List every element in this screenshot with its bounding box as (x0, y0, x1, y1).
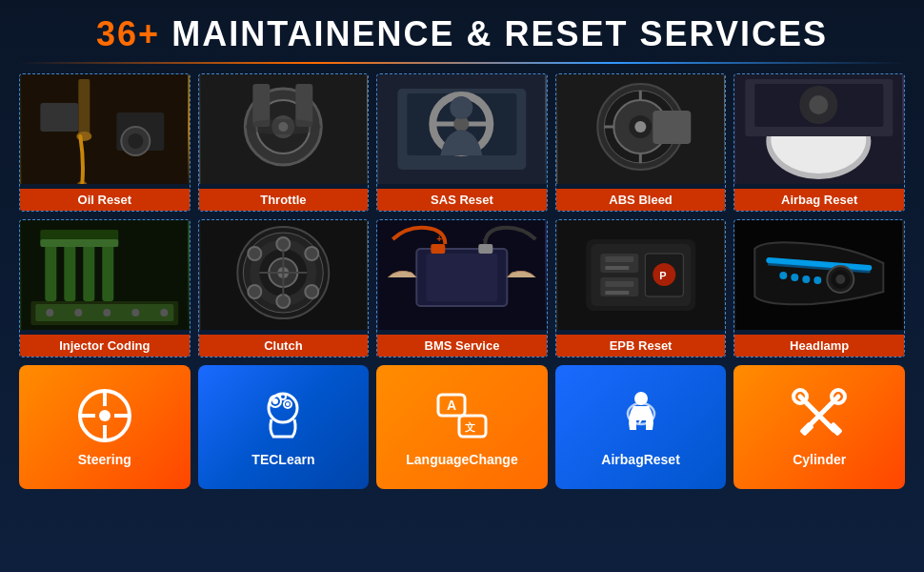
svg-text:文: 文 (465, 421, 475, 433)
svg-point-95 (792, 274, 799, 281)
svg-rect-74 (431, 244, 445, 254)
teclearn-label: TECLearn (251, 452, 314, 467)
svg-point-94 (780, 272, 788, 279)
svg-rect-4 (40, 103, 78, 132)
card-throttle[interactable]: Throttle (198, 73, 370, 212)
epb-reset-label: EPB Reset (556, 335, 726, 357)
epb-reset-image: P (556, 220, 726, 330)
card-airbag-reset[interactable]: Airbag Reset (733, 73, 905, 212)
svg-text:A: A (447, 398, 456, 413)
card-teclearn[interactable]: TECLearn (198, 365, 370, 489)
svg-point-63 (305, 247, 318, 260)
bms-service-image: + - (377, 220, 547, 330)
card-steering[interactable]: Steering (19, 365, 191, 489)
card-sas-reset[interactable]: SAS Reset (376, 73, 548, 212)
airbag-reset-image (734, 74, 904, 184)
svg-point-53 (103, 309, 110, 317)
card-abs-bleed[interactable]: ABS Bleed (555, 73, 727, 212)
airbag-reset-label: Airbag Reset (734, 189, 904, 211)
oil-reset-label: Oil Reset (20, 189, 190, 211)
injector-coding-image (20, 220, 190, 330)
language-icon: A 文 (433, 387, 491, 444)
svg-rect-48 (40, 239, 118, 247)
card-oil-reset[interactable]: Oil Reset (19, 73, 191, 212)
svg-point-66 (248, 285, 261, 298)
svg-rect-86 (605, 256, 633, 262)
svg-point-23 (450, 96, 472, 119)
language-change-label: LanguageChange (406, 452, 517, 467)
throttle-label: Throttle (199, 189, 369, 211)
svg-point-41 (810, 95, 829, 114)
header-section: 36+ MAINTAINENCE & RESET SERVICES (19, 14, 905, 54)
icon-row: Steering TECLearn A (19, 365, 905, 489)
clutch-image (199, 220, 369, 330)
sas-reset-label: SAS Reset (377, 189, 547, 211)
header-divider (19, 62, 905, 64)
throttle-image (199, 74, 369, 184)
brain-icon (254, 387, 311, 444)
cylinder-icon (791, 387, 848, 444)
oil-reset-image (20, 74, 190, 184)
svg-point-104 (269, 394, 297, 422)
title-text: MAINTAINENCE & RESET SERVICES (171, 14, 828, 53)
main-container: 36+ MAINTAINENCE & RESET SERVICES (0, 0, 924, 572)
sas-reset-image (377, 74, 547, 184)
svg-point-108 (286, 402, 290, 406)
card-language-change[interactable]: A 文 LanguageChange (376, 365, 548, 489)
svg-point-55 (160, 309, 168, 317)
svg-point-29 (634, 121, 646, 133)
injector-coding-label: Injector Coding (20, 335, 190, 357)
abs-bleed-image (556, 74, 726, 184)
steering-icon (76, 387, 133, 444)
svg-text:P: P (659, 270, 666, 281)
clutch-label: Clutch (199, 335, 369, 357)
svg-rect-1 (78, 79, 90, 136)
svg-point-93 (836, 275, 846, 284)
svg-rect-87 (605, 266, 629, 270)
person-airbag-icon (613, 387, 670, 444)
cylinder-label: Cylinder (793, 452, 846, 467)
svg-point-106 (272, 398, 278, 404)
service-count: 36+ (96, 14, 160, 53)
svg-point-62 (276, 237, 290, 251)
svg-point-64 (305, 285, 318, 298)
photo-row-1: Oil Reset Throttle (19, 73, 905, 212)
svg-point-15 (245, 119, 321, 134)
svg-rect-89 (605, 291, 629, 295)
svg-point-52 (74, 309, 82, 317)
card-headlamp[interactable]: Headlamp (733, 219, 905, 358)
card-epb-reset[interactable]: P EPB Reset (555, 219, 727, 358)
airbag-reset2-label: AirbagReset (601, 452, 679, 467)
card-injector-coding[interactable]: Injector Coding (19, 219, 191, 358)
card-cylinder[interactable]: Cylinder (733, 365, 905, 489)
headlamp-label: Headlamp (734, 335, 904, 357)
svg-point-97 (814, 276, 822, 284)
svg-rect-34 (653, 111, 691, 144)
card-bms-service[interactable]: + - BMS Service (376, 219, 548, 358)
steering-label: Steering (78, 452, 131, 467)
svg-rect-73 (426, 254, 497, 301)
page-title: 36+ MAINTAINENCE & RESET SERVICES (19, 14, 905, 54)
svg-point-7 (128, 133, 143, 149)
card-clutch[interactable]: Clutch (198, 219, 370, 358)
abs-bleed-label: ABS Bleed (556, 189, 726, 211)
svg-point-65 (276, 295, 290, 308)
svg-rect-75 (478, 244, 492, 254)
svg-point-96 (803, 276, 811, 283)
svg-point-51 (46, 309, 53, 317)
svg-point-54 (131, 309, 139, 317)
svg-rect-88 (605, 281, 633, 287)
svg-point-109 (280, 394, 286, 399)
svg-point-103 (99, 410, 110, 421)
card-airbag-reset2[interactable]: AirbagReset (555, 365, 727, 489)
svg-point-61 (248, 247, 261, 260)
photo-row-2: Injector Coding (19, 219, 905, 358)
bms-service-label: BMS Service (377, 335, 547, 357)
headlamp-image (734, 220, 904, 330)
